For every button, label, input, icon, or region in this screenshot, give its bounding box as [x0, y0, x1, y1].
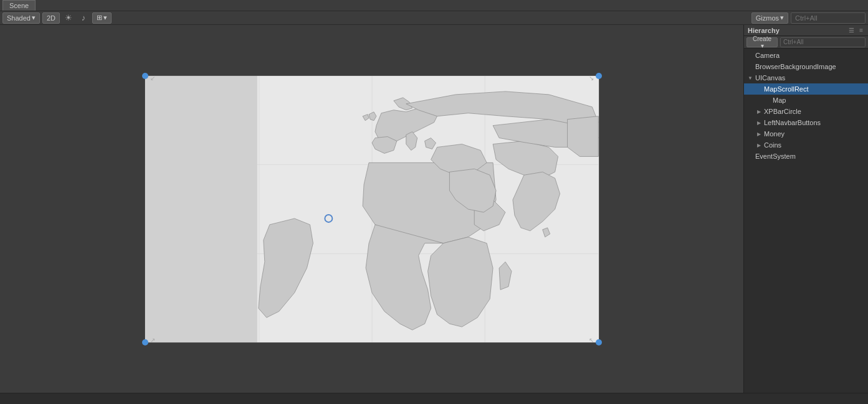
expand-icon-xpbarcircle[interactable]: ▶	[755, 108, 763, 115]
hierarchy-item-money[interactable]: ▶Money	[744, 128, 868, 139]
scene-search-input[interactable]	[791, 12, 866, 24]
corner-bl	[142, 339, 148, 345]
world-map	[145, 76, 599, 342]
hierarchy-item-label-camera: Camera	[755, 52, 780, 59]
hierarchy-item-label-coins: Coins	[764, 141, 781, 149]
hierarchy-item-label-mapscrollrect: MapScrollRect	[764, 85, 809, 93]
hierarchy-item-map[interactable]: Map	[744, 95, 868, 106]
expand-icon-map	[764, 96, 771, 104]
hierarchy-list: CameraBrowserBackgroundImage▼UICanvasMap…	[744, 49, 868, 393]
hierarchy-item-label-browser-bg: BrowserBackgroundImage	[755, 63, 836, 70]
panel-close-button[interactable]: ≡	[858, 27, 864, 34]
hierarchy-toolbar: Create ▾	[744, 36, 868, 49]
hierarchy-item-browser-bg[interactable]: BrowserBackgroundImage	[744, 61, 868, 72]
expand-icon-uicanvas[interactable]: ▼	[746, 74, 754, 82]
mode-2d-button[interactable]: 2D	[42, 12, 60, 24]
create-label: Create ▾	[751, 35, 773, 49]
expand-icon-leftnavbarbuttons[interactable]: ▶	[755, 119, 763, 126]
panel-lock-button[interactable]: ☰	[847, 27, 856, 34]
hierarchy-item-coins[interactable]: ▶Coins	[744, 139, 868, 151]
audio-icon-button[interactable]: ♪	[77, 12, 90, 24]
map-container: ↙ ↘ ↗ ↖	[145, 75, 599, 343]
layers-dropdown[interactable]: ⊞ ▾	[92, 12, 112, 24]
gizmos-arrow: ▾	[780, 14, 784, 22]
hierarchy-item-label-money: Money	[764, 130, 785, 138]
hierarchy-item-xpbarcircle[interactable]: ▶XPBarCircle	[744, 106, 868, 117]
hierarchy-item-eventsystem[interactable]: EventSystem	[744, 151, 868, 162]
hierarchy-item-label-leftnavbarbuttons: LeftNavbarButtons	[764, 119, 821, 126]
hierarchy-item-label-eventsystem: EventSystem	[755, 153, 796, 160]
expand-icon-browser-bg	[746, 63, 754, 70]
hierarchy-search-input[interactable]	[780, 37, 866, 47]
toolbar-right: Gizmos ▾	[751, 12, 866, 24]
layers-arrow: ▾	[103, 14, 107, 22]
scene-tab-label: Scene	[9, 2, 29, 9]
hierarchy-item-label-uicanvas: UICanvas	[755, 74, 785, 82]
corner-tr	[596, 73, 602, 79]
gizmos-label: Gizmos	[756, 14, 779, 22]
scene-toolbar: Shaded ▾ 2D ☀ ♪ ⊞ ▾ Gizmos ▾	[0, 11, 868, 25]
audio-icon: ♪	[82, 13, 86, 22]
mode-2d-label: 2D	[47, 14, 55, 22]
hierarchy-title: Hierarchy	[748, 27, 780, 34]
panel-controls: ☰ ≡	[847, 27, 864, 34]
arrow-tr: ↘	[589, 75, 594, 82]
corner-tl	[142, 73, 148, 79]
hierarchy-item-mapscrollrect[interactable]: MapScrollRect	[744, 83, 868, 95]
shaded-arrow: ▾	[32, 14, 36, 22]
shaded-label: Shaded	[7, 14, 31, 22]
arrow-br: ↖	[589, 337, 594, 344]
hierarchy-item-label-xpbarcircle: XPBarCircle	[764, 108, 801, 115]
expand-icon-camera	[746, 52, 754, 59]
shaded-dropdown[interactable]: Shaded ▾	[2, 12, 40, 24]
hierarchy-item-camera[interactable]: Camera	[744, 50, 868, 61]
arrow-bl: ↗	[150, 337, 155, 344]
arrow-tl: ↙	[150, 75, 155, 82]
hierarchy-panel-header: Hierarchy ☰ ≡	[744, 25, 868, 36]
scene-content: ↙ ↘ ↗ ↖	[0, 25, 743, 393]
svg-rect-6	[145, 76, 257, 342]
hierarchy-item-leftnavbarbuttons[interactable]: ▶LeftNavbarButtons	[744, 117, 868, 128]
scene-view[interactable]: ↙ ↘ ↗ ↖	[0, 25, 743, 393]
gizmos-dropdown[interactable]: Gizmos ▾	[751, 12, 788, 24]
corner-br	[596, 339, 602, 345]
status-bar	[0, 393, 868, 404]
hierarchy-create-button[interactable]: Create ▾	[746, 37, 778, 47]
hierarchy-panel: Hierarchy ☰ ≡ Create ▾ CameraBrowserBack…	[743, 25, 868, 393]
hierarchy-item-label-map: Map	[773, 96, 786, 104]
layers-icon: ⊞	[97, 14, 102, 22]
sun-icon: ☀	[65, 13, 72, 22]
expand-icon-mapscrollrect	[755, 85, 763, 93]
sun-icon-button[interactable]: ☀	[62, 12, 75, 24]
main-area: ↙ ↘ ↗ ↖	[0, 25, 868, 393]
hierarchy-item-uicanvas[interactable]: ▼UICanvas	[744, 72, 868, 83]
expand-icon-coins[interactable]: ▶	[755, 141, 763, 149]
scene-tab[interactable]: Scene	[2, 0, 36, 11]
expand-icon-money[interactable]: ▶	[755, 130, 763, 138]
top-bar: Scene	[0, 0, 868, 11]
expand-icon-eventsystem	[746, 153, 754, 160]
